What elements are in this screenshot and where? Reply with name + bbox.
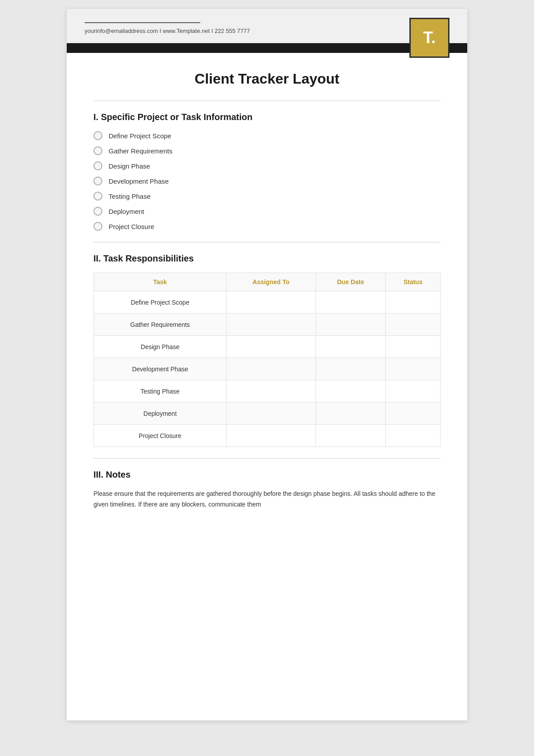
assigned-cell xyxy=(227,402,316,425)
due-date-cell xyxy=(316,402,385,425)
checkbox-icon[interactable] xyxy=(93,146,102,155)
table-row: Gather Requirements xyxy=(94,314,441,336)
item-label: Define Project Scope xyxy=(109,132,171,140)
section-2: II. Task Responsibilities Task Assigned … xyxy=(93,253,441,447)
section-3-heading: III. Notes xyxy=(93,470,441,480)
table-row: Define Project Scope xyxy=(94,291,441,314)
checkbox-icon[interactable] xyxy=(93,192,102,201)
status-cell xyxy=(386,314,441,336)
task-cell: Deployment xyxy=(94,402,227,425)
status-cell xyxy=(386,402,441,425)
list-item: Gather Requirements xyxy=(93,146,441,155)
due-date-cell xyxy=(316,291,385,314)
section-1-heading: I. Specific Project or Task Information xyxy=(93,112,441,122)
due-date-cell xyxy=(316,380,385,402)
task-cell: Testing Phase xyxy=(94,380,227,402)
task-table: Task Assigned To Due Date Status Define … xyxy=(93,273,441,447)
table-body: Define Project Scope Gather Requirements… xyxy=(94,291,441,447)
table-row: Project Closure xyxy=(94,425,441,447)
divider-2 xyxy=(93,242,441,242)
list-item: Define Project Scope xyxy=(93,131,441,140)
col-due-date: Due Date xyxy=(316,273,385,291)
logo: T. xyxy=(409,18,449,58)
divider-3 xyxy=(93,458,441,458)
task-cell: Design Phase xyxy=(94,336,227,358)
checkbox-icon[interactable] xyxy=(93,222,102,231)
status-cell xyxy=(386,336,441,358)
list-item: Testing Phase xyxy=(93,192,441,201)
section-1: I. Specific Project or Task Information … xyxy=(93,112,441,231)
due-date-cell xyxy=(316,314,385,336)
item-label: Project Closure xyxy=(109,223,154,230)
task-cell: Project Closure xyxy=(94,425,227,447)
item-label: Development Phase xyxy=(109,177,169,185)
logo-text: T. xyxy=(423,28,436,47)
col-status: Status xyxy=(386,273,441,291)
header-phone: 222 555 7777 xyxy=(214,28,250,34)
table-row: Testing Phase xyxy=(94,380,441,402)
main-content: Client Tracker Layout I. Specific Projec… xyxy=(67,53,467,528)
list-item: Development Phase xyxy=(93,177,441,185)
assigned-cell xyxy=(227,291,316,314)
item-label: Testing Phase xyxy=(109,193,150,200)
section-3: III. Notes Please ensure that the requir… xyxy=(93,470,441,510)
table-row: Design Phase xyxy=(94,336,441,358)
status-cell xyxy=(386,291,441,314)
checkbox-icon[interactable] xyxy=(93,207,102,216)
list-item: Deployment xyxy=(93,207,441,216)
task-cell: Define Project Scope xyxy=(94,291,227,314)
header-row: Task Assigned To Due Date Status xyxy=(94,273,441,291)
list-item: Project Closure xyxy=(93,222,441,231)
header-email: yourinfo@emailaddress.com xyxy=(85,28,158,34)
header-contact: yourinfo@emailaddress.com I www.Template… xyxy=(85,28,449,43)
table-row: Development Phase xyxy=(94,358,441,380)
due-date-cell xyxy=(316,358,385,380)
list-item: Design Phase xyxy=(93,161,441,170)
table-row: Deployment xyxy=(94,402,441,425)
due-date-cell xyxy=(316,425,385,447)
document-title: Client Tracker Layout xyxy=(93,71,441,87)
checklist: Define Project Scope Gather Requirements… xyxy=(93,131,441,231)
checkbox-icon[interactable] xyxy=(93,131,102,140)
item-label: Design Phase xyxy=(109,162,150,170)
divider-1 xyxy=(93,101,441,101)
assigned-cell xyxy=(227,314,316,336)
header: T. yourinfo@emailaddress.com I www.Templ… xyxy=(67,9,467,43)
status-cell xyxy=(386,425,441,447)
section-2-heading: II. Task Responsibilities xyxy=(93,253,441,264)
header-bar xyxy=(67,43,467,53)
item-label: Deployment xyxy=(109,208,144,215)
notes-text: Please ensure that the requirements are … xyxy=(93,489,441,510)
assigned-cell xyxy=(227,425,316,447)
checkbox-icon[interactable] xyxy=(93,161,102,170)
assigned-cell xyxy=(227,358,316,380)
page: T. yourinfo@emailaddress.com I www.Templ… xyxy=(67,9,467,720)
checkbox-icon[interactable] xyxy=(93,177,102,185)
header-website: www.Template.net xyxy=(163,28,210,34)
assigned-cell xyxy=(227,336,316,358)
due-date-cell xyxy=(316,336,385,358)
header-sep1: I xyxy=(160,28,163,34)
status-cell xyxy=(386,380,441,402)
col-task: Task xyxy=(94,273,227,291)
col-assigned: Assigned To xyxy=(227,273,316,291)
header-underline xyxy=(85,22,200,23)
status-cell xyxy=(386,358,441,380)
table-header: Task Assigned To Due Date Status xyxy=(94,273,441,291)
task-cell: Gather Requirements xyxy=(94,314,227,336)
assigned-cell xyxy=(227,380,316,402)
task-cell: Development Phase xyxy=(94,358,227,380)
item-label: Gather Requirements xyxy=(109,147,172,155)
